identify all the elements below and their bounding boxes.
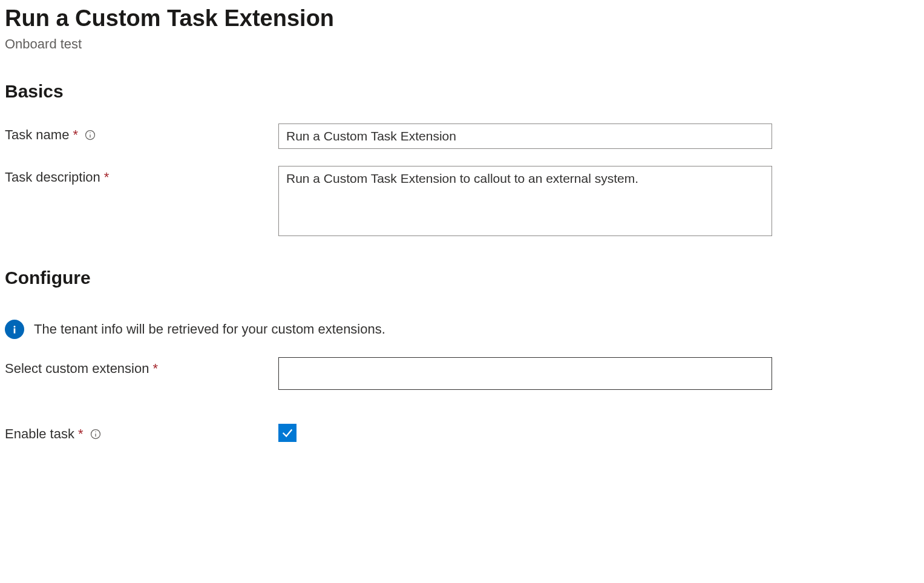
- svg-point-3: [14, 326, 16, 328]
- section-heading-basics: Basics: [5, 81, 919, 102]
- required-indicator: *: [78, 426, 84, 442]
- select-custom-extension-input[interactable]: [278, 357, 772, 390]
- form-row-select-extension: Select custom extension *: [5, 357, 919, 390]
- info-icon[interactable]: [90, 428, 102, 440]
- info-banner-text: The tenant info will be retrieved for yo…: [34, 321, 385, 337]
- svg-point-2: [90, 132, 90, 133]
- label-select-extension: Select custom extension *: [5, 357, 278, 377]
- form-row-enable-task: Enable task *: [5, 423, 919, 442]
- required-indicator: *: [152, 361, 158, 377]
- enable-task-checkbox[interactable]: [278, 424, 297, 442]
- label-select-extension-text: Select custom extension: [5, 361, 149, 377]
- info-icon[interactable]: [84, 129, 96, 141]
- svg-rect-4: [14, 328, 16, 333]
- required-indicator: *: [104, 170, 110, 185]
- label-enable-task-text: Enable task: [5, 426, 74, 442]
- page-title: Run a Custom Task Extension: [5, 5, 919, 33]
- label-task-description-text: Task description: [5, 170, 100, 185]
- info-filled-icon: [5, 320, 24, 339]
- label-task-name: Task name *: [5, 124, 278, 143]
- label-task-name-text: Task name: [5, 127, 69, 143]
- form-row-task-name: Task name *: [5, 124, 919, 149]
- form-row-task-description: Task description * Run a Custom Task Ext…: [5, 166, 919, 239]
- task-name-input[interactable]: [278, 124, 772, 149]
- svg-point-7: [95, 431, 96, 432]
- label-enable-task: Enable task *: [5, 423, 278, 442]
- page-subtitle: Onboard test: [5, 36, 919, 52]
- section-heading-configure: Configure: [5, 268, 919, 288]
- info-banner: The tenant info will be retrieved for yo…: [5, 320, 919, 339]
- required-indicator: *: [73, 127, 78, 143]
- label-task-description: Task description *: [5, 166, 278, 185]
- task-description-input[interactable]: Run a Custom Task Extension to callout t…: [278, 166, 772, 236]
